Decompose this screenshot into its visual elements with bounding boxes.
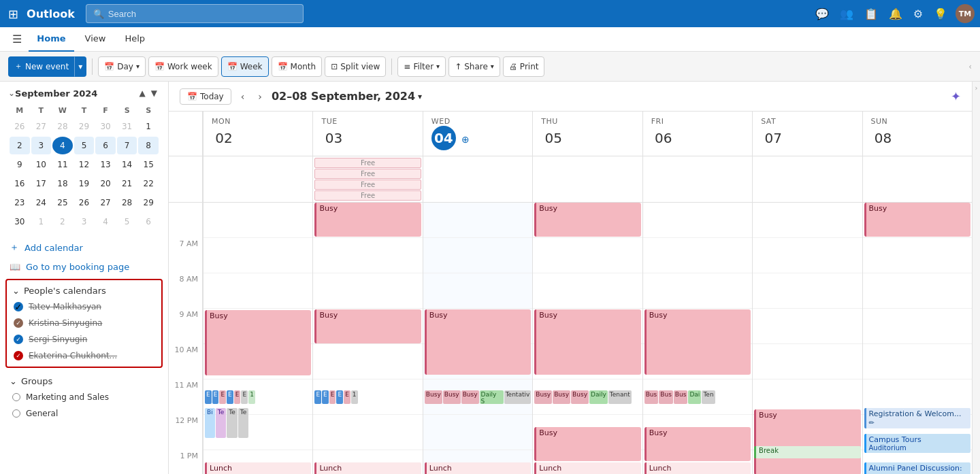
mini-cal-day[interactable]: 5 [117,213,137,231]
people-cal-check-2[interactable]: ✓ [14,335,23,344]
chip-fri-bus1[interactable]: Bus [644,390,659,404]
event-lunch-tue[interactable]: Lunch [314,462,421,474]
tab-home[interactable]: Home [29,27,74,52]
mini-cal-day[interactable]: 13 [95,156,116,173]
cal-date-range[interactable]: 02–08 September, 2024 ▾ [272,90,422,103]
day-col-tue[interactable]: Busy Busy E E E E E 1 [312,203,422,474]
free-event-2[interactable]: Free [314,169,421,179]
people-cal-item-0[interactable]: ✓ Tatev Malkhasyan [7,299,161,315]
chip-bi-mon[interactable]: Bi [205,408,215,438]
mini-cal-day[interactable]: 3 [31,137,52,154]
peoples-calendars-header[interactable]: ⌄ People's calendars [7,283,161,299]
chip-fri-ten[interactable]: Ten [702,390,715,404]
mini-cal-day[interactable]: 31 [117,118,137,135]
day-header-thu[interactable]: THU 05 [532,112,642,156]
chip-tue-4[interactable]: E [336,390,343,404]
mini-cal-day[interactable]: 9 [10,156,30,173]
work-week-button[interactable]: 📅 Work week [148,56,218,77]
mini-cal-day[interactable]: 7 [117,137,137,154]
chip-mon-5[interactable]: E [234,390,241,404]
day-col-fri[interactable]: Busy Bus Bus Bus Dai Ten Busy [642,203,752,474]
mini-cal-day[interactable]: 1 [138,118,159,135]
people-cal-item-1[interactable]: ✓ Kristina Sinyugina [7,315,161,331]
mini-cal-day[interactable]: 26 [10,118,30,135]
day-col-sat[interactable]: Busy Break [752,203,862,474]
tab-help[interactable]: Help [116,27,153,52]
groups-item-0[interactable]: Marketing and Sales [5,389,163,405]
day-col-wed[interactable]: Busy Busy Busy Busy Daily S Tentativ Lun… [423,203,532,474]
right-scroll-area[interactable]: › [972,82,980,474]
month-button[interactable]: 📅 Month [272,56,323,77]
mini-cal-day[interactable]: 4 [52,137,73,154]
event-busy-thu-13[interactable]: Busy [534,427,640,461]
chip-thu-tent[interactable]: Tenant [608,390,632,404]
mini-cal-day[interactable]: 5 [74,137,95,154]
chip-wed-busy2[interactable]: Busy [443,390,461,404]
mini-cal-day[interactable]: 21 [117,175,137,192]
mini-cal-day[interactable]: 16 [10,175,30,192]
mini-cal-day[interactable]: 6 [95,137,116,154]
mini-cal-day[interactable]: 14 [117,156,137,173]
chip-mon-4[interactable]: E [227,390,233,404]
event-busy-tue-9[interactable]: Busy [314,309,421,343]
chip-thu-busy1[interactable]: Busy [534,390,552,404]
event-busy-fri-9[interactable]: Busy [644,309,751,375]
people-cal-check-3[interactable]: ✓ [14,351,23,360]
print-button[interactable]: 🖨 Print [503,56,545,77]
chip-tue-1[interactable]: E [314,390,321,404]
chip-wed-busy3[interactable]: Busy [461,390,479,404]
people-cal-check-1[interactable]: ✓ [14,318,23,328]
mini-cal-day[interactable]: 24 [31,194,52,211]
event-busy-thu-7[interactable]: Busy [534,203,640,237]
avatar[interactable]: TM [956,4,975,23]
event-busy-sun-7[interactable]: Busy [864,203,970,237]
day-col-thu[interactable]: Busy Busy Busy Busy Busy Daily Tenant [532,203,642,474]
edit-icon[interactable]: ✏ [869,419,875,426]
mini-cal-day[interactable]: 4 [95,213,116,231]
mini-cal-day[interactable]: 10 [31,156,52,173]
groups-item-1[interactable]: General [5,405,163,422]
event-busy-sat-12[interactable]: Busy [754,409,860,474]
mini-cal-day[interactable]: 27 [31,118,52,135]
day-header-sun[interactable]: SUN 08 [862,112,972,156]
chip-mon-7[interactable]: 1 [248,390,255,404]
event-busy-fri-13[interactable]: Busy [644,427,751,461]
mini-cal-day[interactable]: 12 [74,156,95,173]
mini-cal-day[interactable]: 2 [10,137,30,154]
event-busy-thu-9[interactable]: Busy [534,309,640,375]
chip-fri-dai[interactable]: Dai [688,390,701,404]
chip-mon-6[interactable]: E [241,390,248,404]
menu-icon[interactable]: ☰ [8,30,26,48]
mini-cal-day[interactable]: 30 [10,213,30,231]
chip-mon-1[interactable]: E [205,390,212,404]
people-icon[interactable]: 👥 [837,5,856,23]
add-calendar-link[interactable]: ＋ Add calendar [0,237,168,258]
chip-wed-daily[interactable]: Daily S [480,390,504,404]
event-busy-mon-9[interactable]: Busy [205,310,311,375]
mini-cal-day[interactable]: 30 [95,118,116,135]
mini-cal-collapse[interactable]: ⌄ [8,88,15,98]
groups-header[interactable]: ⌄ Groups [5,373,163,389]
mini-cal-day[interactable]: 25 [52,194,73,211]
day-header-sat[interactable]: SAT 07 [752,112,862,156]
mini-cal-day[interactable]: 26 [74,194,95,211]
chip-te3-mon[interactable]: Te [238,408,249,438]
chip-tue-5[interactable]: E [344,390,350,404]
day-header-tue[interactable]: TUE 03 [312,112,422,156]
mini-cal-day[interactable]: 17 [31,175,52,192]
chip-tue-6[interactable]: 1 [351,390,358,404]
mini-cal-day[interactable]: 6 [138,213,159,231]
day-header-wed[interactable]: WED 04 ⊕ [423,112,532,156]
chip-te2-mon[interactable]: Te [227,408,238,438]
day-header-fri[interactable]: FRI 06 [642,112,752,156]
collapse-toolbar[interactable]: ‹ [968,62,972,71]
mini-cal-day[interactable]: 18 [52,175,73,192]
chip-fri-bus3[interactable]: Bus [674,390,688,404]
mini-cal-day[interactable]: 8 [138,137,159,154]
mini-cal-next[interactable]: ▼ [148,87,160,99]
mini-cal-day[interactable]: 29 [138,194,159,211]
people-cal-item-2[interactable]: ✓ Sergi Sinyugin [7,331,161,348]
filter-button[interactable]: ≡ Filter ▾ [397,56,446,77]
new-event-dropdown[interactable]: ▾ [74,56,86,77]
mini-cal-day[interactable]: 15 [138,156,159,173]
